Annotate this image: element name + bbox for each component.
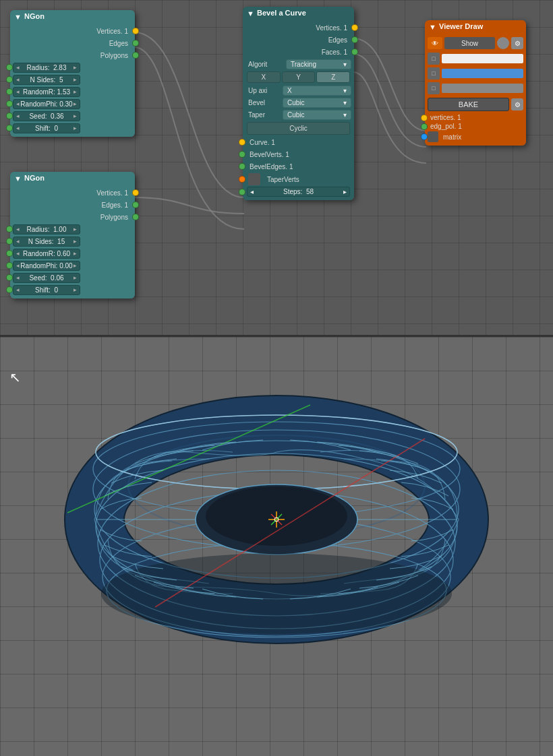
ngon2-out-edges: Edges. 1 — [10, 199, 135, 211]
node-editor: ▼ NGon Vertices. 1 Edges Polygons ◂ — [0, 0, 553, 337]
ngon2-in-nsides[interactable] — [6, 238, 13, 245]
ngon2-socket-vertices[interactable] — [132, 189, 139, 196]
ngon2-in-randomr[interactable] — [6, 250, 13, 257]
ngon2-randomr-row: ◂ RandomR: 0.60 ▸ — [10, 247, 135, 259]
bevel-collapse[interactable]: ▼ — [247, 9, 254, 16]
ngon2-collapse[interactable]: ▼ — [14, 175, 21, 181]
viewer-vertices-label: vertices. 1 — [428, 114, 461, 121]
ngon1-in-radius[interactable] — [6, 64, 13, 71]
ngon1-nsides-input[interactable]: ◂ N Sides: 5 ▸ — [13, 75, 80, 85]
ngon2-body: Vertices. 1 Edges. 1 Polygons ◂ Radius: … — [10, 184, 135, 298]
ngon2-nsides-input[interactable]: ◂ N Sides: 15 ▸ — [13, 237, 80, 247]
viewer-color-icon2: □ — [428, 67, 440, 80]
node-viewer: ▼ Viewer Draw 👁 Show ⚙ □ □ □ — [425, 20, 526, 146]
ngon2-seed-input[interactable]: ◂ Seed: 0.06 ▸ — [13, 273, 80, 283]
ngon1-seed-input[interactable]: ◂ Seed: 0.36 ▸ — [13, 111, 80, 121]
ngon2-header[interactable]: ▼ NGon — [10, 172, 135, 184]
ngon1-randomr-row: ◂ RandomR: 1.53 ▸ — [10, 86, 135, 98]
viewer-socket-edgpol[interactable] — [421, 123, 428, 130]
viewer-bake-gear-button[interactable]: ⚙ — [511, 98, 523, 111]
ngon1-socket-vertices[interactable] — [132, 28, 139, 34]
viewer-socket-matrix[interactable] — [421, 133, 428, 140]
bevel-socket-edges[interactable] — [351, 36, 358, 43]
node-ngon2: ▼ NGon Vertices. 1 Edges. 1 Polygons ◂ — [10, 172, 135, 298]
bevel-in-curve: Curve. 1 — [243, 136, 354, 148]
viewer-color-bar2[interactable] — [442, 69, 523, 78]
ngon1-in-shift[interactable] — [6, 125, 13, 131]
bevel-in-bevelverts: BevelVerts. 1 — [243, 148, 354, 160]
ngon2-seed-row: ◂ Seed: 0.06 ▸ — [10, 272, 135, 284]
ngon2-randomphi-input[interactable]: ◂ RandomPhi: 0.00 ▸ — [13, 261, 80, 271]
ngon2-radius-row: ◂ Radius: 1.00 ▸ — [10, 223, 135, 235]
ngon1-header[interactable]: ▼ NGon — [10, 10, 135, 22]
viewer-gear-button[interactable]: ⚙ — [511, 37, 523, 49]
ngon2-socket-edges[interactable] — [132, 201, 139, 208]
ngon2-radius-input[interactable]: ◂ Radius: 1.00 ▸ — [13, 224, 80, 234]
ngon1-in-seed[interactable] — [6, 113, 13, 119]
viewer-color-row1: □ — [425, 51, 526, 66]
bevel-socket-faces[interactable] — [351, 49, 358, 55]
ngon1-randomr-input[interactable]: ◂ RandomR: 1.53 ▸ — [13, 87, 80, 97]
bevel-x-btn[interactable]: X — [247, 71, 281, 83]
viewer-collapse[interactable]: ▼ — [429, 23, 436, 30]
bevel-title: Bevel a Curve — [257, 9, 306, 17]
bevel-out-faces: Faces. 1 — [243, 46, 354, 58]
bevel-upaxis-dropdown[interactable]: X ▾ — [283, 86, 351, 96]
bevel-xyz-row: X Y Z — [243, 70, 354, 84]
viewer-header[interactable]: ▼ Viewer Draw — [425, 20, 526, 32]
bevel-bevel-row: Bevel Cubic ▾ — [243, 96, 354, 108]
bevel-header[interactable]: ▼ Bevel a Curve — [243, 7, 354, 19]
bevel-socket-steps[interactable] — [239, 189, 245, 195]
ngon2-in-seed[interactable] — [6, 274, 13, 281]
ngon2-shift-input[interactable]: ◂ Shift: 0 ▸ — [13, 285, 80, 295]
ngon2-socket-polygons[interactable] — [132, 214, 139, 220]
ngon2-in-radius[interactable] — [6, 226, 13, 232]
viewer-out-edgpol: edg_pol. 1 — [425, 122, 526, 131]
bevel-socket-bevelverts[interactable] — [239, 151, 245, 158]
viewer-show-button[interactable]: Show — [444, 37, 495, 49]
ngon1-randomphi-input[interactable]: ◂ RandomPhi: 0.30 ▸ — [13, 99, 80, 109]
viewer-bake-button[interactable]: BAKE — [428, 98, 509, 111]
ngon2-in-randomphi[interactable] — [6, 262, 13, 269]
viewer-eye-button[interactable]: 👁 — [428, 37, 442, 49]
viewer-show-row: 👁 Show ⚙ — [425, 35, 526, 51]
ngon1-in-randomr[interactable] — [6, 88, 13, 95]
bevel-z-btn[interactable]: Z — [316, 71, 350, 83]
ngon1-in-nsides[interactable] — [6, 76, 13, 83]
bevel-socket-vertices[interactable] — [351, 24, 358, 31]
ngon1-radius-row: ◂ Radius: 2.83 ▸ — [10, 61, 135, 73]
bevel-algorithm-dropdown[interactable]: Tracking ▾ — [286, 59, 351, 69]
viewer-color-bar1[interactable] — [442, 54, 523, 63]
viewer-matrix-label: matrix — [443, 133, 461, 141]
bevel-algorithm-row: Algorit Tracking ▾ — [243, 58, 354, 70]
bevel-cyclic-btn[interactable]: Cyclic — [247, 122, 350, 135]
node-ngon1: ▼ NGon Vertices. 1 Edges Polygons ◂ — [10, 10, 135, 137]
viewer-circle-button[interactable] — [497, 37, 509, 49]
viewer-color-bar3[interactable] — [442, 84, 523, 93]
ngon1-collapse[interactable]: ▼ — [14, 13, 21, 20]
bevel-socket-taperverts[interactable] — [239, 176, 245, 183]
bevel-in-beveledges: BevelEdges. 1 — [243, 160, 354, 172]
ngon1-shift-input[interactable]: ◂ Shift: 0 ▸ — [13, 123, 80, 133]
bevel-socket-curve[interactable] — [239, 139, 245, 146]
ngon2-in-shift[interactable] — [6, 286, 13, 293]
viewer-color-icon1: □ — [428, 53, 440, 65]
ngon1-socket-edges[interactable] — [132, 40, 139, 46]
ngon1-socket-polygons[interactable] — [132, 52, 139, 59]
ngon2-randomr-input[interactable]: ◂ RandomR: 0.60 ▸ — [13, 249, 80, 259]
bevel-taper-dropdown[interactable]: Cubic ▾ — [283, 110, 351, 120]
ngon1-radius-input[interactable]: ◂ Radius: 2.83 ▸ — [13, 63, 80, 73]
ngon1-randomphi-row: ◂ RandomPhi: 0.30 ▸ — [10, 98, 135, 110]
viewer-out-vertices: vertices. 1 — [425, 113, 526, 122]
bevel-body: Vertices. 1 Edges Faces. 1 Algorit Track… — [243, 19, 354, 200]
ngon1-in-randomphi[interactable] — [6, 100, 13, 107]
bevel-y-btn[interactable]: Y — [282, 71, 316, 83]
viewer-color-row3: □ — [425, 81, 526, 96]
bevel-bevel-dropdown[interactable]: Cubic ▾ — [283, 98, 351, 108]
3d-viewport[interactable]: ↖ — [0, 337, 553, 756]
node-bevel: ▼ Bevel a Curve Vertices. 1 Edges Faces.… — [243, 7, 354, 200]
viewer-socket-vertices[interactable] — [421, 115, 428, 121]
bevel-taper-row: Taper Cubic ▾ — [243, 108, 354, 121]
bevel-socket-beveledges[interactable] — [239, 163, 245, 170]
bevel-steps-input[interactable]: ◂ Steps: 58 ▸ — [247, 187, 350, 197]
